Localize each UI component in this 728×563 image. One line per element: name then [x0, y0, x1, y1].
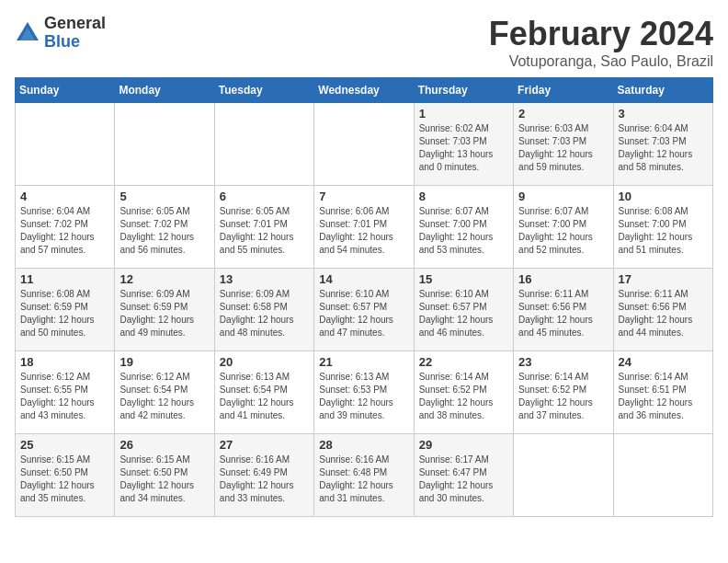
day-info: Sunrise: 6:05 AM Sunset: 7:01 PM Dayligh…	[220, 205, 309, 257]
calendar-body: 1Sunrise: 6:02 AM Sunset: 7:03 PM Daylig…	[16, 103, 713, 517]
title-area: February 2024 Votuporanga, Sao Paulo, Br…	[489, 15, 713, 70]
logo-text: General Blue	[44, 15, 106, 52]
day-info: Sunrise: 6:16 AM Sunset: 6:49 PM Dayligh…	[220, 454, 309, 505]
day-info: Sunrise: 6:08 AM Sunset: 7:00 PM Dayligh…	[619, 205, 708, 257]
calendar-table: SundayMondayTuesdayWednesdayThursdayFrid…	[15, 77, 713, 517]
calendar-week-2: 4Sunrise: 6:04 AM Sunset: 7:02 PM Daylig…	[16, 186, 713, 269]
day-number: 7	[319, 190, 408, 203]
day-number: 25	[20, 438, 109, 452]
calendar-cell: 3Sunrise: 6:04 AM Sunset: 7:03 PM Daylig…	[613, 103, 712, 186]
weekday-header-sunday: Sunday	[16, 78, 115, 103]
logo-icon	[15, 20, 40, 46]
day-number: 3	[619, 107, 708, 121]
calendar-cell: 2Sunrise: 6:03 AM Sunset: 7:03 PM Daylig…	[514, 103, 613, 186]
calendar-header: SundayMondayTuesdayWednesdayThursdayFrid…	[16, 78, 713, 103]
location-subtitle: Votuporanga, Sao Paulo, Brazil	[489, 53, 713, 70]
day-number: 14	[319, 272, 408, 286]
weekday-header-tuesday: Tuesday	[214, 78, 313, 103]
day-info: Sunrise: 6:03 AM Sunset: 7:03 PM Dayligh…	[518, 122, 608, 174]
calendar-cell: 20Sunrise: 6:13 AM Sunset: 6:54 PM Dayli…	[214, 351, 313, 434]
day-info: Sunrise: 6:07 AM Sunset: 7:00 PM Dayligh…	[518, 205, 608, 257]
weekday-header-friday: Friday	[514, 78, 613, 103]
calendar-cell: 21Sunrise: 6:13 AM Sunset: 6:53 PM Dayli…	[314, 351, 414, 434]
calendar-cell	[314, 103, 414, 186]
calendar-cell: 7Sunrise: 6:06 AM Sunset: 7:01 PM Daylig…	[314, 186, 414, 269]
calendar-cell: 15Sunrise: 6:10 AM Sunset: 6:57 PM Dayli…	[414, 269, 513, 351]
day-number: 18	[20, 355, 109, 369]
day-info: Sunrise: 6:08 AM Sunset: 6:59 PM Dayligh…	[20, 288, 109, 339]
calendar-cell: 23Sunrise: 6:14 AM Sunset: 6:52 PM Dayli…	[514, 351, 613, 434]
calendar-cell: 27Sunrise: 6:16 AM Sunset: 6:49 PM Dayli…	[214, 434, 313, 517]
day-number: 27	[220, 438, 309, 452]
day-number: 8	[419, 190, 508, 203]
day-info: Sunrise: 6:14 AM Sunset: 6:52 PM Dayligh…	[518, 371, 608, 422]
day-info: Sunrise: 6:16 AM Sunset: 6:48 PM Dayligh…	[319, 454, 408, 505]
day-info: Sunrise: 6:15 AM Sunset: 6:50 PM Dayligh…	[119, 454, 209, 505]
weekday-header-wednesday: Wednesday	[314, 78, 414, 103]
weekday-header-row: SundayMondayTuesdayWednesdayThursdayFrid…	[16, 78, 713, 103]
day-info: Sunrise: 6:02 AM Sunset: 7:03 PM Dayligh…	[419, 122, 508, 174]
calendar-cell: 25Sunrise: 6:15 AM Sunset: 6:50 PM Dayli…	[16, 434, 115, 517]
day-number: 19	[119, 355, 209, 369]
calendar-week-3: 11Sunrise: 6:08 AM Sunset: 6:59 PM Dayli…	[16, 269, 713, 351]
day-info: Sunrise: 6:10 AM Sunset: 6:57 PM Dayligh…	[419, 288, 508, 339]
day-info: Sunrise: 6:10 AM Sunset: 6:57 PM Dayligh…	[319, 288, 408, 339]
logo: General Blue	[15, 15, 106, 52]
day-info: Sunrise: 6:13 AM Sunset: 6:53 PM Dayligh…	[319, 371, 408, 422]
day-number: 16	[518, 272, 608, 286]
calendar-cell: 24Sunrise: 6:14 AM Sunset: 6:51 PM Dayli…	[613, 351, 712, 434]
day-info: Sunrise: 6:09 AM Sunset: 6:58 PM Dayligh…	[220, 288, 309, 339]
day-number: 1	[419, 107, 508, 121]
day-info: Sunrise: 6:13 AM Sunset: 6:54 PM Dayligh…	[220, 371, 309, 422]
logo-blue: Blue	[44, 33, 106, 52]
day-number: 23	[518, 355, 608, 369]
day-number: 20	[220, 355, 309, 369]
day-number: 6	[220, 190, 309, 203]
day-number: 10	[619, 190, 708, 203]
day-number: 4	[20, 190, 109, 203]
day-number: 24	[619, 355, 708, 369]
weekday-header-monday: Monday	[115, 78, 214, 103]
calendar-cell: 29Sunrise: 6:17 AM Sunset: 6:47 PM Dayli…	[414, 434, 513, 517]
calendar-cell	[16, 103, 115, 186]
day-info: Sunrise: 6:04 AM Sunset: 7:02 PM Dayligh…	[20, 205, 109, 257]
calendar-cell: 6Sunrise: 6:05 AM Sunset: 7:01 PM Daylig…	[214, 186, 313, 269]
day-number: 13	[220, 272, 309, 286]
day-info: Sunrise: 6:11 AM Sunset: 6:56 PM Dayligh…	[518, 288, 608, 339]
day-number: 15	[419, 272, 508, 286]
calendar-cell: 5Sunrise: 6:05 AM Sunset: 7:02 PM Daylig…	[115, 186, 214, 269]
weekday-header-thursday: Thursday	[414, 78, 513, 103]
day-number: 11	[20, 272, 109, 286]
calendar-cell: 14Sunrise: 6:10 AM Sunset: 6:57 PM Dayli…	[314, 269, 414, 351]
calendar-cell	[514, 434, 613, 517]
calendar-cell: 22Sunrise: 6:14 AM Sunset: 6:52 PM Dayli…	[414, 351, 513, 434]
calendar-cell: 18Sunrise: 6:12 AM Sunset: 6:55 PM Dayli…	[16, 351, 115, 434]
page-header: General Blue February 2024 Votuporanga, …	[15, 15, 713, 70]
calendar-cell: 13Sunrise: 6:09 AM Sunset: 6:58 PM Dayli…	[214, 269, 313, 351]
calendar-cell: 19Sunrise: 6:12 AM Sunset: 6:54 PM Dayli…	[115, 351, 214, 434]
day-number: 17	[619, 272, 708, 286]
day-number: 29	[419, 438, 508, 452]
calendar-cell: 1Sunrise: 6:02 AM Sunset: 7:03 PM Daylig…	[414, 103, 513, 186]
logo-general: General	[44, 15, 106, 33]
day-info: Sunrise: 6:15 AM Sunset: 6:50 PM Dayligh…	[20, 454, 109, 505]
day-number: 12	[119, 272, 209, 286]
calendar-week-1: 1Sunrise: 6:02 AM Sunset: 7:03 PM Daylig…	[16, 103, 713, 186]
calendar-cell: 12Sunrise: 6:09 AM Sunset: 6:59 PM Dayli…	[115, 269, 214, 351]
calendar-week-5: 25Sunrise: 6:15 AM Sunset: 6:50 PM Dayli…	[16, 434, 713, 517]
weekday-header-saturday: Saturday	[613, 78, 712, 103]
day-info: Sunrise: 6:09 AM Sunset: 6:59 PM Dayligh…	[119, 288, 209, 339]
day-number: 21	[319, 355, 408, 369]
calendar-cell: 28Sunrise: 6:16 AM Sunset: 6:48 PM Dayli…	[314, 434, 414, 517]
day-info: Sunrise: 6:14 AM Sunset: 6:51 PM Dayligh…	[619, 371, 708, 422]
calendar-cell: 10Sunrise: 6:08 AM Sunset: 7:00 PM Dayli…	[613, 186, 712, 269]
calendar-week-4: 18Sunrise: 6:12 AM Sunset: 6:55 PM Dayli…	[16, 351, 713, 434]
day-info: Sunrise: 6:11 AM Sunset: 6:56 PM Dayligh…	[619, 288, 708, 339]
day-info: Sunrise: 6:12 AM Sunset: 6:54 PM Dayligh…	[119, 371, 209, 422]
day-info: Sunrise: 6:06 AM Sunset: 7:01 PM Dayligh…	[319, 205, 408, 257]
day-number: 9	[518, 190, 608, 203]
month-title: February 2024	[489, 15, 713, 53]
day-info: Sunrise: 6:17 AM Sunset: 6:47 PM Dayligh…	[419, 454, 508, 505]
calendar-cell	[613, 434, 712, 517]
calendar-cell: 9Sunrise: 6:07 AM Sunset: 7:00 PM Daylig…	[514, 186, 613, 269]
